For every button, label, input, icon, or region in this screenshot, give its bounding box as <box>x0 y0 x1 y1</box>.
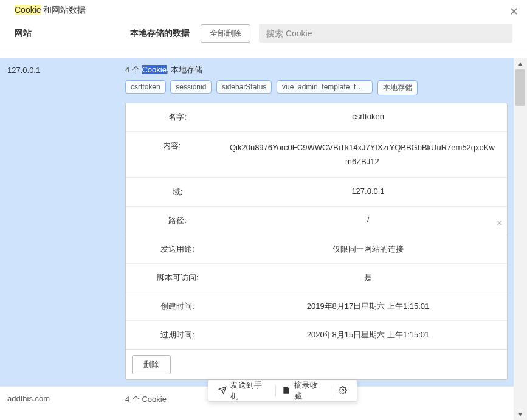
cookie-chip[interactable]: sidebarStatus <box>216 80 272 94</box>
dialog-title: Cookie 和网站数据 <box>0 0 527 24</box>
send-icon <box>218 386 230 396</box>
summary-suffix: , 本地存储 <box>167 65 202 74</box>
scrollbar[interactable]: ▲ ▼ <box>514 58 527 420</box>
content-area: 127.0.0.1 4 个 Cookie, 本地存储 csrftoken ses… <box>0 58 527 420</box>
cookie-chip[interactable]: vue_admin_template_tok... <box>277 80 373 94</box>
separator <box>275 385 276 396</box>
label-path: 路径: <box>126 215 229 226</box>
search-input[interactable]: 搜索 Cookie <box>259 24 512 43</box>
value-content: Qik20u8976Yorc0FC9WWCVBiTk14xJ7YIXzrYQBB… <box>218 140 507 169</box>
site-host: 127.0.0.1 <box>0 58 125 75</box>
toolbar: 网站 本地存储的数据 全部删除 搜索 Cookie <box>0 24 527 49</box>
header-localdata: 本地存储的数据 <box>130 28 190 39</box>
send-to-phone-button[interactable]: 发送到手机 <box>213 380 274 401</box>
title-rest: 和网站数据 <box>41 5 86 15</box>
value-name: csrftoken <box>229 112 507 123</box>
cookie-chip[interactable]: sessionid <box>170 80 212 94</box>
floating-toolbar: 发送到手机 摘录收藏 <box>208 380 357 402</box>
summary-highlight: Cookie <box>142 65 166 74</box>
cookie-detail-panel: 名字:csrftoken 内容:Qik20u8976Yorc0FC9WWCVBi… <box>125 103 508 380</box>
separator <box>332 385 332 396</box>
cookie-chip[interactable]: csrftoken <box>125 80 166 94</box>
value-path: / <box>229 215 507 226</box>
label-content: 内容: <box>126 140 218 169</box>
label-name: 名字: <box>126 112 229 123</box>
site-host: addthis.com <box>0 394 125 405</box>
clip-button[interactable]: 摘录收藏 <box>277 380 331 401</box>
site-row-selected[interactable]: 127.0.0.1 4 个 Cookie, 本地存储 csrftoken ses… <box>0 58 514 386</box>
site-summary: 4 个 Cookie <box>125 394 167 405</box>
value-script: 是 <box>229 272 507 283</box>
site-details: 4 个 Cookie, 本地存储 csrftoken sessionid sid… <box>125 58 514 386</box>
label-created: 创建时间: <box>126 301 229 312</box>
scroll-up-icon[interactable]: ▲ <box>514 58 527 69</box>
value-expires: 2020年8月15日星期六 上午1:15:01 <box>229 329 507 340</box>
delete-row: 删除 <box>126 349 507 379</box>
scroll-down-icon[interactable]: ▼ <box>514 409 527 420</box>
label-expires: 过期时间: <box>126 329 229 340</box>
label-script: 脚本可访问: <box>126 272 229 283</box>
summary-prefix: 4 个 <box>125 65 142 74</box>
cookie-chip-list: csrftoken sessionid sidebarStatus vue_ad… <box>125 80 508 95</box>
clip-label: 摘录收藏 <box>294 380 326 402</box>
label-sendfor: 发送用途: <box>126 244 229 255</box>
remove-site-icon[interactable]: × <box>496 217 503 230</box>
delete-button[interactable]: 删除 <box>132 355 171 374</box>
site-summary: 4 个 Cookie, 本地存储 <box>125 64 508 75</box>
cookie-chip[interactable]: 本地存储 <box>377 80 418 95</box>
clear-all-button[interactable]: 全部删除 <box>201 24 250 43</box>
cookies-dialog: ✕ Cookie 和网站数据 网站 本地存储的数据 全部删除 搜索 Cookie… <box>0 0 527 420</box>
scroll-area: 127.0.0.1 4 个 Cookie, 本地存储 csrftoken ses… <box>0 58 514 420</box>
scrollbar-thumb[interactable] <box>515 69 525 106</box>
value-domain: 127.0.0.1 <box>229 187 507 198</box>
send-label: 发送到手机 <box>230 380 269 402</box>
svg-point-0 <box>342 389 344 391</box>
title-highlight: Cookie <box>15 5 41 15</box>
value-created: 2019年8月17日星期六 上午1:15:01 <box>229 301 507 312</box>
gear-icon <box>339 386 347 396</box>
close-icon[interactable]: ✕ <box>509 5 518 18</box>
label-domain: 域: <box>126 187 229 198</box>
header-website: 网站 <box>15 28 130 39</box>
value-sendfor: 仅限同一网站的连接 <box>229 244 507 255</box>
settings-button[interactable] <box>334 380 352 401</box>
clip-icon <box>282 386 294 396</box>
